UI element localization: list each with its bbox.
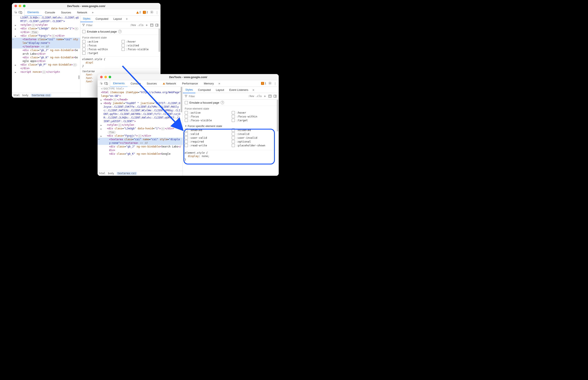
styles-tab-styles[interactable]: Styles (183, 87, 195, 93)
help-icon[interactable]: ? (118, 30, 122, 33)
help-icon[interactable]: ? (221, 101, 224, 104)
styles-scrollbar[interactable] (276, 100, 279, 176)
dom-line[interactable]: ▶<style>⋯</style> (12, 23, 80, 27)
hov-button[interactable]: :hov (248, 95, 254, 98)
dom-line[interactable]: LIENT;JL9QDc:.CLIENT;kWlxhc:.CLIENT;qGMT… (12, 16, 80, 23)
state-focus[interactable]: :focus (82, 44, 119, 47)
more-styles-tabs-icon[interactable]: » (251, 88, 256, 92)
dom-line[interactable]: ▶<div class="Fgvgjc">⋯</div> (98, 134, 183, 138)
state-valid[interactable]: :valid (185, 132, 230, 135)
dom-selected-line[interactable]: <textarea class="csi" name="csi" style="… (12, 38, 80, 49)
dom-line[interactable]: <div class="gb_J" ng-non-bindable>Search… (98, 145, 183, 152)
checkbox[interactable] (82, 30, 86, 33)
state-user-invalid[interactable]: :user-invalid (232, 136, 277, 139)
gear-icon[interactable] (150, 10, 154, 15)
state-target[interactable]: :target (232, 119, 277, 122)
computed-toggle-icon[interactable] (268, 94, 272, 98)
styles-tab-layout[interactable]: Layout (111, 16, 124, 22)
state-disabled[interactable]: :disabled (232, 129, 277, 132)
dom-line[interactable]: ▶<div class="gb_P" ng-non-bindable>⋯</di… (12, 63, 80, 70)
tab-elements[interactable]: Elements (24, 9, 42, 16)
issues-badge[interactable]: !2 (143, 11, 148, 14)
state-focus-within[interactable]: :focus-within (82, 48, 119, 51)
cls-button[interactable]: .cls (137, 24, 143, 27)
new-style-rule-icon[interactable]: ＋ (263, 94, 267, 98)
checkbox[interactable] (185, 101, 188, 104)
issues-badge[interactable]: !1 (261, 82, 266, 85)
minimize-icon[interactable] (19, 5, 21, 7)
dom-doctype[interactable]: <!DOCTYPE html> (98, 87, 183, 91)
styles-tab-layout[interactable]: Layout (213, 87, 227, 93)
filter-input[interactable]: Filter (184, 95, 247, 98)
tab-network[interactable]: Network (74, 9, 90, 16)
maximize-icon[interactable] (23, 5, 25, 7)
inspect-icon[interactable] (14, 11, 18, 14)
tab-performance[interactable]: Performance (179, 80, 201, 87)
dom-line[interactable]: ▶<div class="L3eUgb" data-hveid="1">⋯</d… (98, 127, 183, 134)
state-focus[interactable]: :focus (185, 115, 230, 118)
state-hover[interactable]: :hover (232, 111, 277, 114)
scrollbar[interactable] (180, 87, 183, 171)
state-optional[interactable]: :optional (232, 140, 277, 143)
element-style-rule[interactable]: element.style { displ } (80, 56, 160, 69)
dom-line[interactable]: <div class="gb_K" ng-non-bindable>Google (98, 152, 183, 156)
kebab-icon[interactable]: ⋮ (274, 82, 277, 85)
styles-tab-computed[interactable]: Computed (195, 87, 213, 93)
state-focus-visible[interactable]: :focus-visible (185, 119, 230, 122)
force-specific-state-heading[interactable]: ▼Force specific element state (183, 124, 279, 129)
new-style-rule-icon[interactable]: ＋ (145, 23, 149, 27)
dom-line[interactable]: <div class="gb_J" ng-non-bindable>Search… (12, 49, 80, 56)
breadcrumb-item[interactable]: html (14, 94, 20, 97)
state-target[interactable]: :target (82, 52, 119, 55)
state-focus-visible[interactable]: :focus-visible (122, 48, 159, 51)
dom-line[interactable]: ▶<div class="Fgvgjc">⋯</div> (12, 34, 80, 38)
kebab-icon[interactable]: ⋮ (156, 11, 158, 14)
sidebar-toggle-icon[interactable] (155, 23, 159, 27)
device-toggle-icon[interactable] (19, 11, 22, 14)
tab-console[interactable]: Console (42, 9, 58, 16)
maximize-icon[interactable] (109, 76, 111, 78)
emulate-focused-row[interactable]: Emulate a focused page ? (183, 100, 279, 106)
state-hover[interactable]: :hover (122, 40, 159, 43)
dom-line[interactable]: ▶<style>⋯</style> (98, 123, 183, 127)
element-style-rule[interactable]: element.style { display: none; } (183, 150, 279, 162)
more-tabs-icon[interactable]: » (217, 82, 222, 85)
hov-button[interactable]: :hov (130, 24, 136, 27)
dom-line[interactable]: ▶<head>⋯</head> (98, 98, 183, 101)
dom-line[interactable]: ▶<div class="L3eUgb" data-hveid="1">⋯</d… (12, 27, 80, 34)
device-toggle-icon[interactable] (104, 82, 108, 85)
state-user-valid[interactable]: :user-valid (185, 136, 230, 139)
more-styles-tabs-icon[interactable]: » (124, 17, 129, 20)
dom-line[interactable]: <html itemscope itemtype="http://schema.… (98, 91, 183, 98)
emulate-focused-row[interactable]: Emulate a focused page ? (80, 29, 160, 35)
tab-network[interactable]: Network (160, 80, 179, 87)
dom-line[interactable]: ▼<body jsmodel="hspDDf " jsaction="xjhTI… (98, 101, 183, 123)
state-invalid[interactable]: :invalid (232, 132, 277, 135)
styles-tab-computed[interactable]: Computed (93, 16, 111, 22)
cls-button[interactable]: .cls (255, 95, 262, 98)
state-visited[interactable]: :visited (122, 44, 159, 47)
state-required[interactable]: :required (185, 140, 230, 143)
gear-icon[interactable] (268, 81, 272, 86)
dom-line[interactable]: ▶<script nonce>⋯</script> (12, 70, 80, 74)
state-read-write[interactable]: :read-write (185, 144, 230, 147)
minimize-icon[interactable] (104, 76, 107, 78)
warnings-badge[interactable]: 2 (136, 11, 141, 14)
computed-toggle-icon[interactable] (150, 23, 154, 27)
dom-selected-line[interactable]: <textarea class="csi" name="csi" style="… (98, 138, 183, 145)
breadcrumb-item-active[interactable]: textarea.csi (117, 172, 137, 175)
tab-sources[interactable]: Sources (144, 80, 160, 87)
state-active[interactable]: :active (185, 111, 230, 114)
tab-sources[interactable]: Sources (58, 9, 74, 16)
close-icon[interactable] (15, 5, 17, 7)
breadcrumb-item[interactable]: body (22, 94, 29, 97)
more-tabs-icon[interactable]: » (90, 11, 95, 14)
scrollbar[interactable] (78, 16, 80, 93)
inspect-icon[interactable] (100, 82, 103, 85)
sidebar-toggle-icon[interactable] (273, 94, 277, 98)
state-placeholder-shown[interactable]: :placeholder-shown (232, 144, 277, 147)
close-icon[interactable] (100, 76, 103, 78)
state-enabled[interactable]: :enabled (185, 129, 230, 132)
breadcrumb-item[interactable]: body (108, 172, 114, 175)
styles-tab-event-listeners[interactable]: Event Listeners (227, 87, 251, 93)
